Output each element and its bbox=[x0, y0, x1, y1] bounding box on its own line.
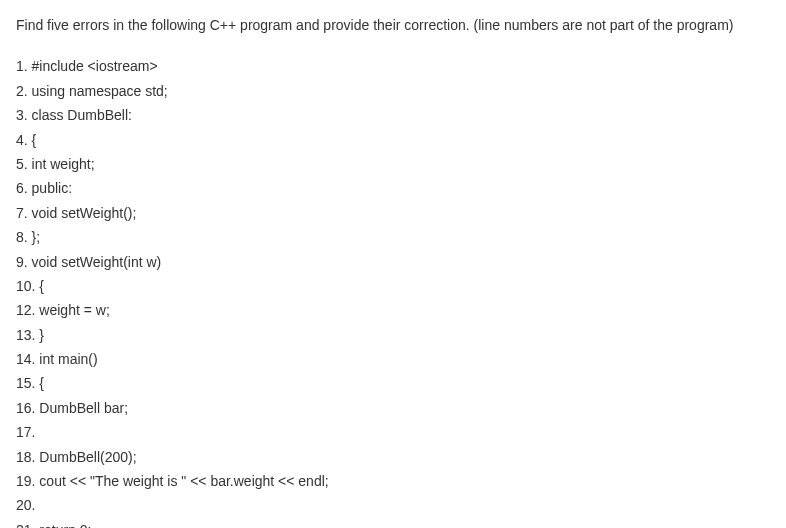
code-line: 15. { bbox=[16, 371, 770, 395]
question-text: Find five errors in the following C++ pr… bbox=[16, 14, 770, 36]
code-line: 16. DumbBell bar; bbox=[16, 396, 770, 420]
code-line: 20. bbox=[16, 493, 770, 517]
code-line: 2. using namespace std; bbox=[16, 79, 770, 103]
code-line: 1. #include <iostream> bbox=[16, 54, 770, 78]
code-line: 14. int main() bbox=[16, 347, 770, 371]
code-line: 18. DumbBell(200); bbox=[16, 445, 770, 469]
code-line: 6. public: bbox=[16, 176, 770, 200]
code-line: 21. return 0; bbox=[16, 518, 770, 528]
code-block: 1. #include <iostream> 2. using namespac… bbox=[16, 54, 770, 528]
code-line: 8. }; bbox=[16, 225, 770, 249]
code-line: 3. class DumbBell: bbox=[16, 103, 770, 127]
code-line: 4. { bbox=[16, 128, 770, 152]
code-line: 19. cout << "The weight is " << bar.weig… bbox=[16, 469, 770, 493]
code-line: 9. void setWeight(int w) bbox=[16, 250, 770, 274]
code-line: 10. { bbox=[16, 274, 770, 298]
code-line: 13. } bbox=[16, 323, 770, 347]
code-line: 7. void setWeight(); bbox=[16, 201, 770, 225]
code-line: 5. int weight; bbox=[16, 152, 770, 176]
code-line: 17. bbox=[16, 420, 770, 444]
code-line: 12. weight = w; bbox=[16, 298, 770, 322]
